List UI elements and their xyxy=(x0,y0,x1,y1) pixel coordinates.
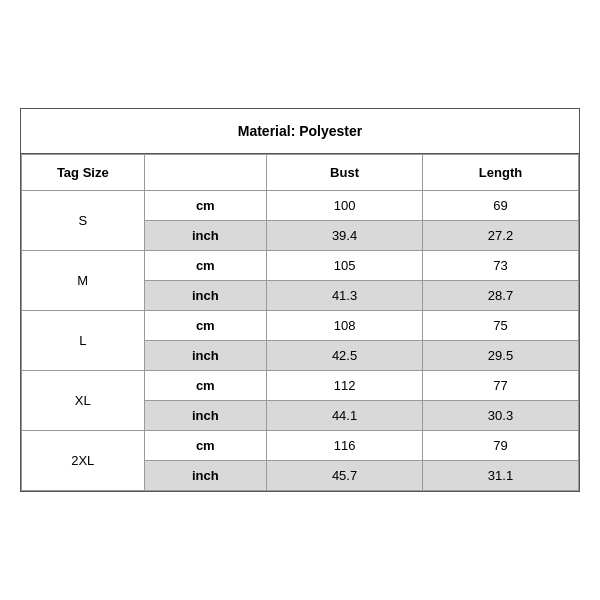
unit-cell-inch: inch xyxy=(144,401,267,431)
length-cm-value: 73 xyxy=(423,251,579,281)
length-cm-value: 77 xyxy=(423,371,579,401)
bust-cm-value: 100 xyxy=(267,191,423,221)
bust-inch-value: 39.4 xyxy=(267,221,423,251)
header-tag-size: Tag Size xyxy=(22,155,145,191)
size-tag-cell: M xyxy=(22,251,145,311)
length-inch-value: 28.7 xyxy=(423,281,579,311)
length-inch-value: 29.5 xyxy=(423,341,579,371)
length-cm-value: 69 xyxy=(423,191,579,221)
bust-cm-value: 105 xyxy=(267,251,423,281)
bust-cm-value: 116 xyxy=(267,431,423,461)
bust-cm-value: 112 xyxy=(267,371,423,401)
bust-cm-value: 108 xyxy=(267,311,423,341)
unit-cell-cm: cm xyxy=(144,251,267,281)
unit-cell-cm: cm xyxy=(144,371,267,401)
table-row: 2XLcm11679 xyxy=(22,431,579,461)
bust-inch-value: 42.5 xyxy=(267,341,423,371)
bust-inch-value: 45.7 xyxy=(267,461,423,491)
size-tag-cell: S xyxy=(22,191,145,251)
unit-cell-inch: inch xyxy=(144,341,267,371)
bust-inch-value: 41.3 xyxy=(267,281,423,311)
unit-cell-cm: cm xyxy=(144,311,267,341)
length-cm-value: 75 xyxy=(423,311,579,341)
length-cm-value: 79 xyxy=(423,431,579,461)
size-table: Tag Size Bust Length Scm10069inch39.427.… xyxy=(21,154,579,491)
table-row: Scm10069 xyxy=(22,191,579,221)
chart-title: Material: Polyester xyxy=(21,109,579,154)
size-chart: Material: Polyester Tag Size Bust Length… xyxy=(20,108,580,492)
size-tag-cell: L xyxy=(22,311,145,371)
unit-cell-inch: inch xyxy=(144,461,267,491)
header-unit xyxy=(144,155,267,191)
header-length: Length xyxy=(423,155,579,191)
unit-cell-inch: inch xyxy=(144,221,267,251)
table-row: Mcm10573 xyxy=(22,251,579,281)
size-tag-cell: 2XL xyxy=(22,431,145,491)
header-bust: Bust xyxy=(267,155,423,191)
size-tag-cell: XL xyxy=(22,371,145,431)
table-row: Lcm10875 xyxy=(22,311,579,341)
unit-cell-cm: cm xyxy=(144,431,267,461)
length-inch-value: 30.3 xyxy=(423,401,579,431)
table-row: XLcm11277 xyxy=(22,371,579,401)
length-inch-value: 31.1 xyxy=(423,461,579,491)
length-inch-value: 27.2 xyxy=(423,221,579,251)
unit-cell-inch: inch xyxy=(144,281,267,311)
unit-cell-cm: cm xyxy=(144,191,267,221)
bust-inch-value: 44.1 xyxy=(267,401,423,431)
